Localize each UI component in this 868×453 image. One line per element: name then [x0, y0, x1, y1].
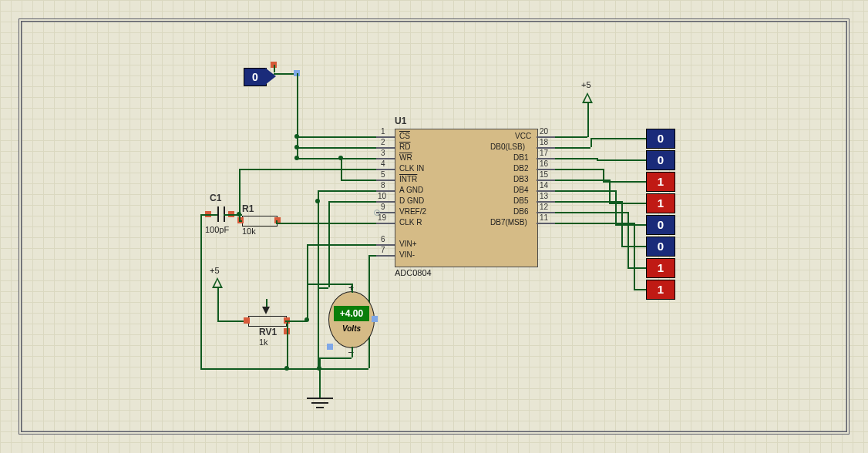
gnd-line — [307, 398, 333, 399]
wire — [318, 190, 376, 192]
blue-node — [372, 316, 378, 322]
pin-line — [376, 147, 395, 149]
power-label-left: +5 — [210, 266, 220, 275]
power-arrow-icon — [582, 92, 593, 103]
wire — [276, 220, 278, 223]
logic-probe-db4[interactable]: 0 — [646, 215, 675, 235]
logic-probe-db1[interactable]: 0 — [646, 150, 675, 170]
pin-num-10: 10 — [378, 192, 386, 200]
wire — [318, 287, 328, 289]
logic-probe-db0[interactable]: 0 — [646, 129, 675, 149]
wire — [627, 212, 629, 267]
pin-name-db2: DB2 — [513, 164, 528, 173]
pin-name-db6: DB6 — [513, 207, 528, 216]
wire — [555, 136, 587, 138]
voltmeter[interactable]: +4.00 Volts — [328, 291, 375, 348]
pin-name-vcc: VCC — [515, 132, 531, 140]
wire — [555, 201, 621, 203]
pin-num-3: 3 — [381, 149, 385, 157]
logic-probe-db5[interactable]: 0 — [646, 237, 675, 257]
pin-name-db1: DB1 — [513, 153, 528, 162]
wire — [319, 357, 352, 359]
wire — [555, 147, 590, 149]
pin-name-vref2: VREF/2 — [399, 207, 426, 216]
cap-plate — [217, 206, 219, 222]
wire — [200, 214, 217, 216]
gnd-line — [311, 402, 328, 404]
logic-probe-db7[interactable]: 1 — [646, 280, 675, 300]
wire — [555, 180, 609, 181]
pin-line — [376, 169, 395, 170]
voltmeter-reading: +4.00 — [334, 306, 369, 321]
wire — [276, 223, 376, 224]
wire — [555, 223, 634, 224]
pin-name-clkin: CLK IN — [399, 164, 424, 173]
pin-name-db0: DB0(LSB) — [490, 143, 525, 151]
pin-name-db5: DB5 — [513, 196, 528, 205]
wire — [274, 65, 275, 72]
pin-num-12: 12 — [540, 203, 548, 211]
wire — [239, 220, 242, 222]
pin-num-7: 7 — [381, 246, 385, 254]
junction — [315, 199, 320, 203]
wire — [285, 320, 307, 322]
logic-probe-db6[interactable]: 1 — [646, 258, 675, 278]
junction — [284, 366, 289, 371]
wire — [328, 201, 330, 267]
pin-name-rd: RD — [399, 143, 410, 151]
pin-num-18: 18 — [540, 138, 548, 146]
voltmeter-unit: Volts — [329, 324, 374, 333]
wire — [555, 158, 597, 159]
res-value: 10k — [242, 226, 256, 236]
wire — [328, 266, 330, 287]
wire — [587, 102, 589, 137]
power-arrow-icon — [212, 277, 223, 288]
pin-num-9: 9 — [381, 203, 385, 211]
pin-num-15: 15 — [540, 170, 548, 179]
potentiometer-rv1[interactable] — [248, 316, 287, 327]
wire — [352, 347, 353, 357]
wire — [597, 159, 646, 161]
pin-line — [376, 223, 395, 224]
wire — [307, 244, 376, 246]
open-pin — [374, 210, 380, 216]
logic-probe-db2[interactable]: 1 — [646, 172, 675, 192]
pin-name-intr: INTR — [399, 175, 417, 183]
pin-name-cs: CS — [399, 132, 410, 140]
wire — [318, 368, 319, 370]
pin-name-dgnd: D GND — [399, 196, 424, 205]
wire — [615, 224, 646, 226]
wire — [328, 201, 376, 203]
pin-num-17: 17 — [540, 149, 548, 157]
pin-num-8: 8 — [381, 181, 385, 190]
cap-value: 100pF — [205, 225, 229, 234]
power-label-right: +5 — [581, 80, 591, 89]
chip-ref: U1 — [395, 116, 406, 126]
wire — [319, 357, 321, 368]
pin-num-14: 14 — [540, 181, 548, 190]
res-ref: R1 — [242, 203, 254, 214]
wire — [239, 169, 376, 170]
wire — [627, 267, 646, 269]
pin-num-4: 4 — [381, 159, 385, 168]
wire — [307, 284, 308, 320]
gnd-line — [316, 407, 324, 408]
wiper-icon — [262, 307, 270, 314]
pin-line — [376, 180, 395, 181]
red-node — [244, 317, 250, 324]
pin-name-db3: DB3 — [513, 175, 528, 183]
pin-name-db7: DB7(MSB) — [490, 218, 527, 226]
junction — [294, 156, 299, 160]
wire — [266, 299, 267, 307]
logic-state-source[interactable]: 0 — [244, 68, 267, 86]
wire — [634, 289, 646, 290]
pin-num-2: 2 — [381, 138, 385, 146]
logic-probe-db3[interactable]: 1 — [646, 193, 675, 213]
wire — [555, 190, 615, 192]
wire — [590, 138, 646, 139]
pin-num-11: 11 — [540, 213, 548, 222]
wire — [217, 288, 219, 320]
pin-line — [537, 223, 555, 224]
resistor-r1[interactable] — [242, 216, 278, 226]
wire — [297, 158, 376, 159]
